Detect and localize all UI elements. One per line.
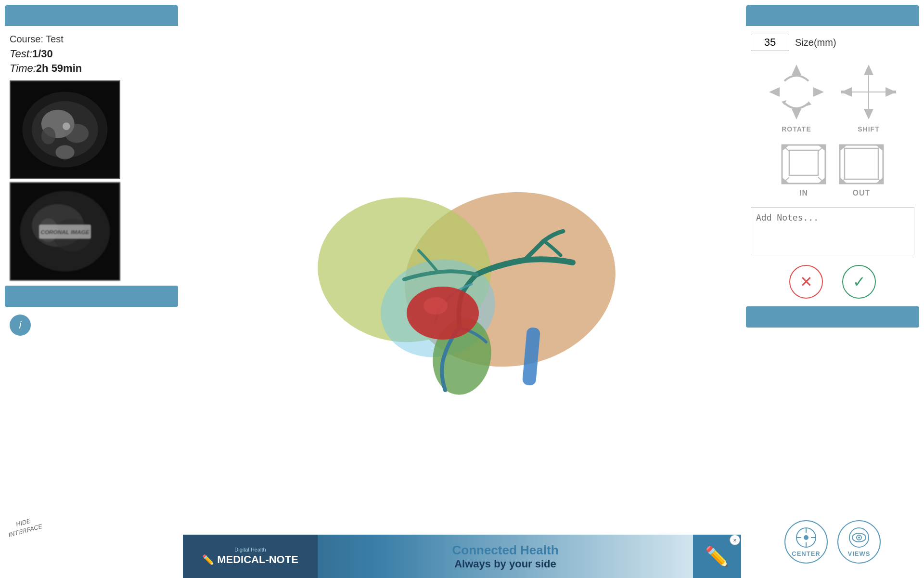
svg-point-5 <box>41 127 55 144</box>
zoom-in-svg <box>780 143 828 186</box>
cancel-button[interactable]: ✕ <box>789 265 823 299</box>
zoom-area: IN OUT <box>746 143 919 197</box>
svg-rect-45 <box>845 148 878 179</box>
liver-3d-svg <box>294 154 630 434</box>
zoom-out-label: OUT <box>853 189 871 197</box>
svg-point-19 <box>424 297 448 315</box>
info-button[interactable]: i <box>10 315 31 336</box>
main-3d-view[interactable] <box>183 0 741 578</box>
size-label: Size(mm) <box>795 37 836 48</box>
zoom-out-svg <box>837 143 886 186</box>
center-button[interactable]: CENTER <box>784 520 828 564</box>
center-icon <box>796 527 817 548</box>
coronal-scan-image[interactable]: CORONAL IMAGE <box>10 182 120 281</box>
test-info: Test:1/30 <box>10 48 173 60</box>
shift-arrows-svg <box>837 61 900 123</box>
notes-textarea[interactable] <box>751 207 914 255</box>
svg-point-7 <box>55 145 74 159</box>
axial-scan-image[interactable] <box>10 80 120 179</box>
zoom-in-label: IN <box>799 189 808 197</box>
notes-area <box>751 207 914 257</box>
action-buttons: ✕ ✓ <box>746 265 919 299</box>
svg-marker-26 <box>864 65 873 75</box>
svg-rect-29 <box>841 91 850 93</box>
banner-logo-area: Digital Health ✏️ MEDICAL-NOTE <box>183 535 318 578</box>
zoom-out-group: OUT <box>837 143 886 197</box>
zoom-in-group: IN <box>780 143 828 197</box>
coronal-label-text: CORONAL IMAGE <box>40 229 90 235</box>
banner-connected-health: Connected Health <box>452 543 558 558</box>
views-icon <box>848 527 870 548</box>
banner-logo-main: ✏️ MEDICAL-NOTE <box>202 553 298 566</box>
size-row: Size(mm) <box>746 34 919 51</box>
banner-text-area: Connected Health Always by your side <box>318 543 693 570</box>
left-header-bar <box>5 5 178 26</box>
left-panel: Course: Test Test:1/30 Time:2h 59min <box>0 0 183 578</box>
rotate-arrows-svg <box>765 61 828 123</box>
views-label: VIEWS <box>848 550 871 557</box>
banner-digital-health-text: Digital Health <box>234 547 266 552</box>
test-label: Test: <box>10 48 32 60</box>
svg-rect-35 <box>789 150 818 175</box>
views-button[interactable]: VIEWS <box>837 520 881 564</box>
right-panel: Size(mm) ROTATE <box>741 0 924 578</box>
hide-interface-label[interactable]: HIDE INTERFACE <box>5 515 43 539</box>
svg-marker-21 <box>792 109 801 119</box>
coronal-scan-svg: CORONAL IMAGE <box>11 182 119 281</box>
svg-point-55 <box>804 535 808 540</box>
course-title: Course: Test <box>10 34 173 45</box>
time-mins: 59min <box>51 62 82 74</box>
axial-scan-svg <box>11 80 119 179</box>
banner-pencil-icon: ✏️ <box>202 554 214 565</box>
scan-images: CORONAL IMAGE <box>0 80 183 281</box>
rotate-control: ROTATE <box>765 61 828 133</box>
banner-logo-text: MEDICAL-NOTE <box>217 553 298 566</box>
banner-right-icon: ✏️ <box>705 545 729 568</box>
time-label: Time: <box>10 62 36 74</box>
right-footer-bar <box>746 306 919 328</box>
svg-marker-22 <box>769 87 780 97</box>
size-input[interactable] <box>751 34 789 51</box>
bottom-nav: CENTER VIEWS <box>746 520 919 573</box>
rotate-label: ROTATE <box>782 125 811 133</box>
svg-marker-20 <box>792 65 801 75</box>
time-hours: 2h <box>36 62 49 74</box>
time-info: Time:2h 59min <box>10 62 173 75</box>
svg-point-18 <box>407 287 479 340</box>
banner-close-button[interactable]: × <box>730 535 740 545</box>
controls-area: ROTATE SHIFT <box>746 61 919 133</box>
right-header-bar <box>746 5 919 26</box>
banner-tagline: Always by your side <box>454 558 556 570</box>
svg-point-6 <box>63 122 70 130</box>
shift-control: SHIFT <box>837 61 900 133</box>
test-value: 1/30 <box>32 48 53 60</box>
course-info: Course: Test Test:1/30 Time:2h 59min <box>0 26 183 80</box>
center-label: CENTER <box>792 550 820 557</box>
svg-rect-44 <box>840 145 883 184</box>
bottom-banner: Digital Health ✏️ MEDICAL-NOTE Connected… <box>183 535 741 578</box>
svg-point-63 <box>858 537 860 539</box>
svg-marker-27 <box>864 109 873 119</box>
left-footer-bar <box>5 286 178 307</box>
liver-container <box>183 67 741 520</box>
shift-label: SHIFT <box>858 125 879 133</box>
confirm-button[interactable]: ✓ <box>842 265 876 299</box>
svg-rect-31 <box>887 91 896 93</box>
svg-marker-23 <box>813 87 824 97</box>
